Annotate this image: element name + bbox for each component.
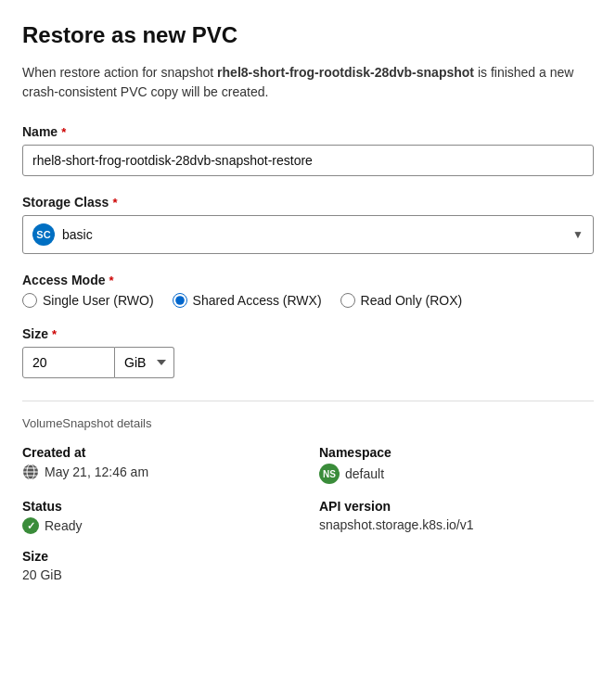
snapshot-size-label: Size [22, 549, 297, 564]
namespace-item: Namespace NS default [319, 445, 594, 484]
name-label: Name * [22, 124, 594, 139]
radio-label-rwo: Single User (RWO) [43, 293, 154, 308]
name-required: * [61, 125, 66, 139]
size-label: Size * [22, 326, 594, 341]
radio-read-only[interactable]: Read Only (ROX) [340, 293, 463, 308]
storage-class-value: basic [62, 227, 93, 242]
size-input[interactable] [22, 347, 115, 378]
snapshot-size-value: 20 GiB [22, 567, 297, 582]
details-grid: Created at May 21, 12:46 am Namespace NS… [22, 445, 594, 582]
radio-shared-access[interactable]: Shared Access (RWX) [173, 293, 322, 308]
access-mode-radio-group: Single User (RWO) Shared Access (RWX) Re… [22, 293, 594, 308]
radio-label-rox: Read Only (ROX) [361, 293, 463, 308]
snapshot-size-item: Size 20 GiB [22, 549, 297, 582]
name-field-group: Name * [22, 124, 594, 176]
radio-input-rox[interactable] [340, 293, 355, 308]
radio-label-rwx: Shared Access (RWX) [193, 293, 322, 308]
storage-class-chevron-icon: ▼ [572, 228, 584, 241]
created-at-item: Created at May 21, 12:46 am [22, 445, 297, 484]
api-version-label: API version [319, 499, 594, 514]
snapshot-name-highlight: rhel8-short-frog-rootdisk-28dvb-snapshot [217, 65, 474, 80]
snapshot-details-section: VolumeSnapshot details Created at May 21… [22, 416, 594, 582]
page-title: Restore as new PVC [22, 22, 594, 48]
status-check-icon [22, 517, 39, 534]
radio-input-rwx[interactable] [173, 293, 187, 308]
created-at-value: May 21, 12:46 am [22, 464, 297, 480]
name-input[interactable] [22, 145, 594, 176]
access-mode-required: * [109, 274, 113, 287]
api-version-value: snapshot.storage.k8s.io/v1 [319, 517, 594, 532]
sc-badge: SC [32, 223, 55, 246]
globe-icon [22, 464, 39, 480]
access-mode-field-group: Access Mode * Single User (RWO) Shared A… [22, 273, 594, 308]
namespace-value: NS default [319, 464, 594, 484]
namespace-label: Namespace [319, 445, 594, 460]
radio-single-user[interactable]: Single User (RWO) [22, 293, 154, 308]
storage-class-label: Storage Class * [22, 195, 594, 210]
snapshot-details-title: VolumeSnapshot details [22, 416, 594, 430]
size-required: * [52, 327, 57, 341]
created-at-label: Created at [22, 445, 297, 460]
size-row: MiB GiB TiB [22, 347, 594, 378]
description-prefix: When restore action for snapshot [22, 65, 217, 80]
storage-class-field-group: Storage Class * SC basic ▼ [22, 195, 594, 254]
status-value: Ready [22, 517, 297, 534]
section-divider [22, 401, 594, 401]
status-item: Status Ready [22, 499, 297, 534]
storage-class-required: * [112, 196, 117, 210]
storage-class-select[interactable]: SC basic ▼ [22, 215, 594, 254]
ns-badge: NS [319, 464, 340, 484]
status-label: Status [22, 499, 297, 514]
page-description: When restore action for snapshot rhel8-s… [22, 63, 594, 102]
size-unit-select[interactable]: MiB GiB TiB [115, 347, 174, 378]
size-field-group: Size * MiB GiB TiB [22, 326, 594, 378]
api-version-item: API version snapshot.storage.k8s.io/v1 [319, 499, 594, 534]
access-mode-label: Access Mode * [22, 273, 594, 287]
radio-input-rwo[interactable] [22, 293, 37, 308]
